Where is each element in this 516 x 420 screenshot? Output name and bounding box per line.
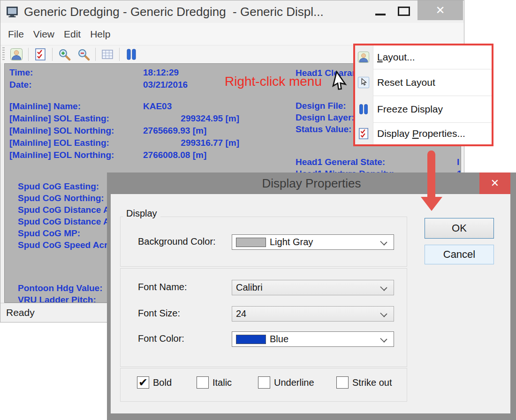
user-layout-icon[interactable]: [9, 47, 24, 62]
checkbox-box[interactable]: [336, 376, 349, 389]
checkbox-box[interactable]: [197, 376, 209, 389]
field-value: 299316.77 [m]: [181, 138, 239, 148]
zoom-in-icon[interactable]: [57, 47, 72, 62]
minimize-button[interactable]: [375, 14, 386, 15]
background-color-label: Background Color:: [138, 236, 216, 247]
dialog-body: Display Background Color: Light Gray Fon…: [111, 194, 510, 413]
design-block: Design File: Design Layer: Status Value:: [296, 101, 355, 136]
checkbox-label[interactable]: Italic: [212, 376, 232, 389]
menu-edit[interactable]: Edit: [59, 29, 85, 40]
menu-item-label: Freeze Display: [377, 104, 443, 115]
field-label: [Mainline] SOL Easting:: [9, 113, 109, 123]
menu-item-display-properties[interactable]: Display Properties...: [355, 123, 492, 144]
display-properties-icon[interactable]: [33, 47, 48, 62]
menu-view[interactable]: View: [29, 29, 59, 40]
ok-button[interactable]: OK: [425, 218, 494, 239]
zoom-out-icon[interactable]: [76, 47, 91, 62]
checkbox-box[interactable]: [258, 376, 270, 389]
toolbar-separator: [28, 48, 29, 61]
menu-item-reset-layout[interactable]: Reset Layout: [355, 69, 492, 96]
chevron-down-icon: [380, 238, 387, 245]
font-color-label: Font Color:: [138, 333, 184, 344]
field-label: Date:: [9, 80, 32, 90]
color-swatch: [236, 238, 266, 247]
time-block: Time:18:12:29 Date:03/21/2016: [9, 68, 239, 92]
menu-item-label: Layout...: [377, 52, 415, 63]
field-value: I: [457, 157, 461, 167]
user-layout-icon: [357, 51, 370, 63]
menu-bar: File View Edit Help: [0, 23, 464, 45]
menu-help[interactable]: Help: [85, 29, 115, 40]
field-label: Design Layer:: [296, 112, 355, 124]
pontoon-block: Pontoon Hdg Value: VRU Ladder Pitch:: [18, 283, 103, 303]
menu-item-layout[interactable]: Layout...: [355, 45, 492, 69]
toolbar-grip[interactable]: [2, 47, 5, 61]
chevron-down-icon: [380, 310, 387, 317]
underline-checkbox[interactable]: Underline: [258, 376, 314, 389]
field-label: [Mainline] EOL Easting:: [9, 138, 109, 148]
italic-checkbox[interactable]: Italic: [197, 376, 232, 389]
title-bar[interactable]: Generic Dredging - Generic Dredging - Ge…: [0, 0, 464, 23]
menu-item-freeze-display[interactable]: Freeze Display: [355, 96, 492, 122]
freeze-pause-icon: [357, 103, 370, 115]
font-name-label: Font Name:: [138, 282, 187, 292]
annotation-arrow-shaft: [427, 150, 435, 198]
font-size-label: Font Size:: [138, 308, 180, 319]
dialog-close-button[interactable]: ✕: [479, 172, 510, 194]
annotation-right-click-menu: Right-click menu: [225, 74, 322, 89]
display-properties-dialog: Display Properties ✕ Display Background …: [107, 172, 516, 420]
toolbar-separator: [95, 48, 96, 61]
chevron-down-icon: [380, 335, 387, 342]
field-value: 2766008.08 [m]: [143, 150, 206, 160]
field-label: VRU Ladder Pitch:: [18, 295, 103, 303]
selected-value: Blue: [270, 334, 288, 345]
app-icon: [6, 6, 19, 18]
checkbox-label[interactable]: Strike out: [352, 376, 392, 389]
freeze-pause-icon[interactable]: [124, 47, 139, 62]
strike-out-checkbox[interactable]: Strike out: [336, 376, 392, 389]
field-label: [Mainline] SOL Northing:: [9, 126, 114, 135]
font-size-select[interactable]: 24: [232, 306, 394, 322]
display-properties-icon: [357, 128, 370, 140]
bold-checkbox[interactable]: ✔ Bold: [137, 376, 172, 389]
checkbox-label[interactable]: Bold: [153, 376, 172, 389]
field-value: 18:12:29: [143, 68, 179, 78]
group-label-display: Display: [123, 208, 160, 219]
checkbox-label[interactable]: Underline: [274, 376, 314, 389]
selected-value: Calibri: [236, 282, 263, 293]
annotation-arrow-head: [421, 197, 442, 211]
menu-file[interactable]: File: [3, 29, 29, 40]
field-label: [Mainline] EOL Northing:: [9, 150, 114, 160]
context-menu: Layout... Reset Layout Freeze Display Di…: [353, 44, 493, 146]
status-text: Ready: [6, 307, 35, 318]
checkbox-box[interactable]: ✔: [137, 376, 149, 389]
field-label: [Mainline] Name:: [9, 101, 81, 111]
color-swatch: [236, 335, 266, 344]
window-title: Generic Dredging - Generic Dredging - Ge…: [24, 5, 324, 19]
selected-value: Light Gray: [270, 237, 313, 248]
menu-item-label: Display Properties...: [377, 128, 465, 139]
chevron-down-icon: [380, 284, 387, 291]
field-label: Status Value:: [296, 124, 355, 136]
field-value: KAE03: [143, 101, 172, 112]
cursor-icon: [357, 76, 370, 89]
field-label: Time:: [9, 68, 33, 77]
background-color-select[interactable]: Light Gray: [232, 234, 394, 250]
dialog-title[interactable]: Display Properties: [107, 172, 516, 194]
screenshot: Generic Dredging - Generic Dredging - Ge…: [0, 0, 516, 420]
toolbar-separator: [119, 48, 120, 61]
field-value: 03/21/2016: [143, 80, 188, 90]
cancel-button[interactable]: Cancel: [425, 245, 494, 264]
grid-icon[interactable]: [100, 47, 115, 62]
toolbar-separator: [52, 48, 53, 61]
font-name-select[interactable]: Calibri: [232, 280, 394, 295]
close-button[interactable]: ✕: [417, 0, 463, 20]
field-label: Head1 General State:: [296, 157, 385, 167]
font-color-select[interactable]: Blue: [232, 331, 394, 347]
field-label: Design File:: [296, 101, 355, 112]
maximize-button[interactable]: [398, 7, 410, 16]
field-label: Pontoon Hdg Value:: [18, 283, 103, 295]
selected-value: 24: [236, 308, 246, 319]
menu-item-label: Reset Layout: [377, 77, 435, 88]
field-value: 299324.95 [m]: [181, 113, 239, 124]
